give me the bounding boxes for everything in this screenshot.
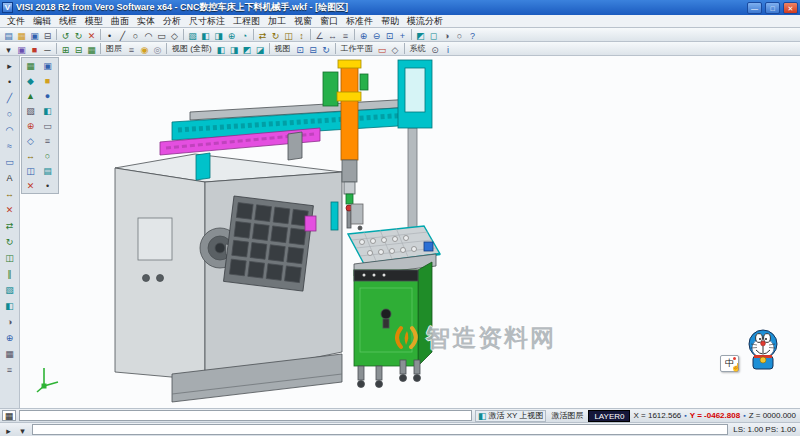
scale-icon[interactable]: ↕ xyxy=(295,29,308,41)
layer-manager-icon[interactable]: ≡ xyxy=(125,43,138,55)
menu-item-0[interactable]: 文件 xyxy=(3,15,29,28)
rect-tool-icon[interactable]: ▭ xyxy=(1,153,19,169)
layers-icon[interactable]: ≡ xyxy=(339,29,352,41)
print-icon[interactable]: ⊟ xyxy=(41,29,54,41)
palette-icon-7[interactable]: ▧ xyxy=(22,103,39,118)
palette-icon-6[interactable]: ● xyxy=(39,88,56,103)
view-iso-icon[interactable]: ◩ xyxy=(414,29,427,41)
wireframe-view-icon[interactable]: ○ xyxy=(453,29,466,41)
open-file-icon[interactable]: ▦ xyxy=(15,29,28,41)
menu-item-11[interactable]: 窗口 xyxy=(316,15,342,28)
line-icon[interactable]: ╱ xyxy=(116,29,129,41)
workplane-xy-icon[interactable]: ▭ xyxy=(376,43,389,55)
parts-station[interactable] xyxy=(348,226,440,388)
solid-icon[interactable]: ◧ xyxy=(199,29,212,41)
save-icon[interactable]: ▣ xyxy=(28,29,41,41)
palette-icon-3[interactable]: ◆ xyxy=(22,73,39,88)
view-right-icon[interactable]: ◪ xyxy=(254,43,267,55)
menu-item-13[interactable]: 帮助 xyxy=(377,15,403,28)
command-options-icon[interactable]: ▾ xyxy=(16,424,29,436)
zoom-tool-icon[interactable]: ⊕ xyxy=(1,329,19,345)
copy-icon[interactable]: ⊞ xyxy=(59,43,72,55)
zoom-out-icon[interactable]: ⊖ xyxy=(370,29,383,41)
shaded-view-icon[interactable]: ◑ xyxy=(440,29,453,41)
viewport[interactable]: ▦▣◆■▲●▧◧⊕▭◇≡↔○◫▤✕• xyxy=(20,56,800,408)
active-view-chip[interactable]: ◧ 激活 XY 上视图 xyxy=(475,410,547,422)
view-left-icon[interactable]: ◩ xyxy=(241,43,254,55)
palette-icon-18[interactable]: • xyxy=(39,178,56,193)
menu-item-7[interactable]: 尺寸标注 xyxy=(185,15,229,28)
snap-toggle[interactable]: ▦ xyxy=(2,410,16,421)
mirror-icon[interactable]: ◫ xyxy=(282,29,295,41)
move-tool-icon[interactable]: ⇄ xyxy=(1,217,19,233)
close-button[interactable]: ✕ xyxy=(783,2,798,14)
solid-tool-icon[interactable]: ◧ xyxy=(1,297,19,313)
layer-visible-icon[interactable]: ◉ xyxy=(138,43,151,55)
settings-icon[interactable]: ⊙ xyxy=(429,43,442,55)
shade-tool-icon[interactable]: ◑ xyxy=(1,313,19,329)
layer-hidden-icon[interactable]: ◎ xyxy=(151,43,164,55)
view-top-icon[interactable]: ◧ xyxy=(215,43,228,55)
palette-icon-16[interactable]: ▤ xyxy=(39,163,56,178)
text-tool-icon[interactable]: A xyxy=(1,169,19,185)
gantry-right-tower[interactable] xyxy=(398,60,432,236)
selection-filter-icon[interactable]: ▾ xyxy=(2,43,15,55)
undo-icon[interactable]: ↺ xyxy=(59,29,72,41)
palette-icon-12[interactable]: ≡ xyxy=(39,133,56,148)
arc-tool-icon[interactable]: ◠ xyxy=(1,121,19,137)
circle-icon[interactable]: ○ xyxy=(129,29,142,41)
measure-icon[interactable]: ∠ xyxy=(313,29,326,41)
palette-icon-11[interactable]: ◇ xyxy=(22,133,39,148)
maximize-button[interactable]: □ xyxy=(765,2,780,14)
attributes-icon[interactable]: ▣ xyxy=(15,43,28,55)
boolean-icon[interactable]: ⊕ xyxy=(225,29,238,41)
dimension-tool-icon[interactable]: ↔ xyxy=(1,185,19,201)
help-icon[interactable]: ? xyxy=(466,29,479,41)
palette-icon-15[interactable]: ◫ xyxy=(22,163,39,178)
palette-icon-13[interactable]: ↔ xyxy=(22,148,39,163)
command-history-icon[interactable]: ▸ xyxy=(2,424,15,436)
menu-item-10[interactable]: 视窗 xyxy=(290,15,316,28)
view-bottom-icon[interactable]: ◨ xyxy=(228,43,241,55)
new-file-icon[interactable]: ▤ xyxy=(2,29,15,41)
menu-item-3[interactable]: 模型 xyxy=(81,15,107,28)
zoom-in-icon[interactable]: ⊕ xyxy=(357,29,370,41)
cabinet-valve[interactable] xyxy=(381,309,391,319)
rectangle-icon[interactable]: ▭ xyxy=(155,29,168,41)
zoom-window-icon[interactable]: ⊡ xyxy=(383,29,396,41)
command-input[interactable] xyxy=(32,424,728,435)
erase-tool-icon[interactable]: ✕ xyxy=(1,201,19,217)
mirror-tool-icon[interactable]: ◫ xyxy=(1,249,19,265)
dimension-icon[interactable]: ↔ xyxy=(326,29,339,41)
menu-item-8[interactable]: 工程图 xyxy=(229,15,264,28)
palette-icon-10[interactable]: ▭ xyxy=(39,118,56,133)
props-tool-icon[interactable]: ≡ xyxy=(1,361,19,377)
gripper-assembly[interactable] xyxy=(342,160,363,230)
magenta-fixture[interactable] xyxy=(305,216,316,231)
view-front-icon[interactable]: ◻ xyxy=(427,29,440,41)
cnc-machine[interactable] xyxy=(115,154,342,402)
active-layer-value[interactable]: LAYER0 xyxy=(588,410,630,422)
surface-icon[interactable]: ▧ xyxy=(186,29,199,41)
select-tool-icon[interactable]: ▸ xyxy=(1,57,19,73)
paste-icon[interactable]: ⊟ xyxy=(72,43,85,55)
palette-icon-4[interactable]: ■ xyxy=(39,73,56,88)
palette-icon-2[interactable]: ▣ xyxy=(39,58,56,73)
color-swatch-icon[interactable]: ■ xyxy=(28,43,41,55)
menu-item-2[interactable]: 线框 xyxy=(55,15,81,28)
cyan-fixture[interactable] xyxy=(331,202,338,230)
rotate-icon[interactable]: ↻ xyxy=(269,29,282,41)
fillet-icon[interactable]: ◔ xyxy=(238,29,251,41)
surface-tool-icon[interactable]: ▧ xyxy=(1,281,19,297)
line-tool-icon[interactable]: ╱ xyxy=(1,89,19,105)
palette-icon-8[interactable]: ◧ xyxy=(39,103,56,118)
arc-icon[interactable]: ◠ xyxy=(142,29,155,41)
zoom-previous-icon[interactable]: ⊟ xyxy=(307,43,320,55)
machine-door[interactable] xyxy=(224,196,314,291)
line-style-icon[interactable]: ─ xyxy=(41,43,54,55)
rotate-tool-icon[interactable]: ↻ xyxy=(1,233,19,249)
pan-icon[interactable]: + xyxy=(396,29,409,41)
redo-icon[interactable]: ↻ xyxy=(72,29,85,41)
translate-icon[interactable]: ⇄ xyxy=(256,29,269,41)
redraw-icon[interactable]: ↻ xyxy=(320,43,333,55)
